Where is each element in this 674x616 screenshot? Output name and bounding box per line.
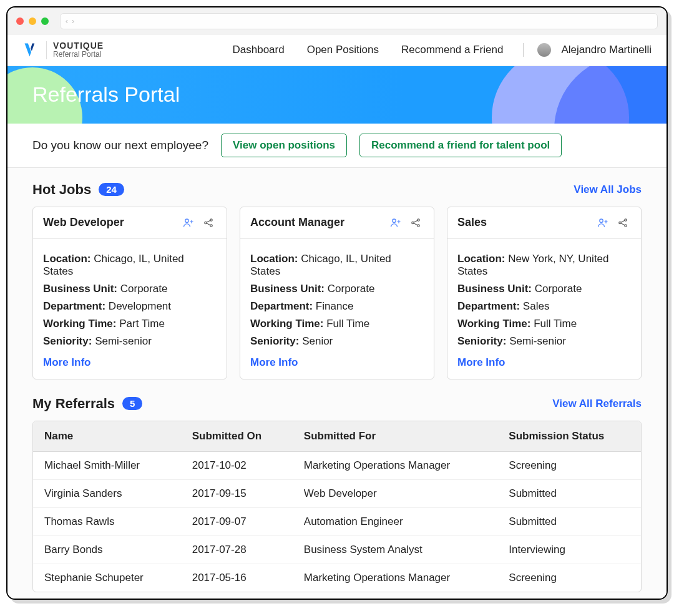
job-card: SalesLocation: New York, NY, United Stat… <box>447 207 642 379</box>
table-header-row: Name Submitted On Submitted For Submissi… <box>33 421 641 452</box>
more-info-link[interactable]: More Info <box>250 356 298 369</box>
cell-submitted-on: 2017-09-07 <box>181 508 293 536</box>
share-icon[interactable] <box>615 215 631 231</box>
table-row[interactable]: Virginia Sanders2017-09-15Web DeveloperS… <box>33 480 641 508</box>
location-label: Location: <box>457 253 506 265</box>
close-window-icon[interactable] <box>16 17 24 25</box>
wt-value: Full Time <box>534 318 577 330</box>
table-row[interactable]: Thomas Rawls2017-09-07Automation Enginee… <box>33 508 641 536</box>
refer-person-icon[interactable] <box>388 215 404 231</box>
table-row[interactable]: Michael Smith-Miller2017-10-02Marketing … <box>33 452 641 480</box>
job-card: Account ManagerLocation: Chicago, IL, Un… <box>240 207 434 379</box>
svg-point-3 <box>205 222 207 223</box>
seniority-label: Seniority: <box>250 335 299 347</box>
svg-point-5 <box>210 224 212 226</box>
view-open-positions-button[interactable]: View open positions <box>221 134 347 157</box>
cta-prompt: Do you know our next employee? <box>32 139 208 152</box>
nav-back-icon[interactable]: ‹ <box>66 17 68 26</box>
refer-person-icon[interactable] <box>595 215 611 231</box>
address-bar[interactable]: ‹ › <box>60 13 658 29</box>
seniority-value: Senior <box>302 335 333 347</box>
view-all-jobs-link[interactable]: View All Jobs <box>574 183 642 196</box>
bu-label: Business Unit: <box>43 283 117 295</box>
referrals-table: Name Submitted On Submitted For Submissi… <box>32 421 642 592</box>
refer-person-icon[interactable] <box>180 215 197 231</box>
wt-value: Full Time <box>326 318 369 330</box>
bu-value: Corporate <box>120 283 168 295</box>
more-info-link[interactable]: More Info <box>43 356 91 369</box>
wt-label: Working Time: <box>43 318 116 330</box>
cell-submitted-for: Marketing Operations Manager <box>293 452 497 480</box>
seniority-value: Semi-senior <box>95 335 152 347</box>
window-titlebar: ‹ › <box>7 7 667 35</box>
col-submitted-on: Submitted On <box>181 421 293 452</box>
brand[interactable]: VOUTIQUE Referral Portal <box>22 41 104 59</box>
svg-line-7 <box>207 223 210 225</box>
job-card-list: Web DeveloperLocation: Chicago, IL, Unit… <box>32 207 642 379</box>
seniority-label: Seniority: <box>457 335 506 347</box>
cell-submitted-on: 2017-09-15 <box>181 480 293 508</box>
main-content: Hot Jobs 24 View All Jobs Web DeveloperL… <box>7 168 667 599</box>
cell-name: Michael Smith-Miller <box>33 452 181 480</box>
cell-status: Submitted <box>497 480 641 508</box>
cell-name: Thomas Rawls <box>33 508 181 536</box>
window-controls <box>16 17 49 25</box>
dept-value: Sales <box>523 300 550 312</box>
hot-jobs-title: Hot Jobs <box>32 182 91 198</box>
svg-line-15 <box>414 223 418 225</box>
my-referrals-title: My Referrals <box>32 396 115 412</box>
nav-dashboard[interactable]: Dashboard <box>232 44 284 56</box>
hot-jobs-count-badge: 24 <box>99 183 124 196</box>
username-label[interactable]: Alejandro Martinelli <box>561 44 652 56</box>
hero-banner: Referrals Portal <box>7 66 667 124</box>
svg-line-6 <box>207 220 210 222</box>
bu-value: Corporate <box>328 283 375 295</box>
col-submitted-for: Submitted For <box>293 421 497 452</box>
share-icon[interactable] <box>408 215 424 231</box>
location-label: Location: <box>43 253 91 265</box>
svg-point-16 <box>600 219 603 222</box>
hot-jobs-header: Hot Jobs 24 View All Jobs <box>32 182 642 198</box>
cell-status: Screening <box>497 452 641 480</box>
more-info-link[interactable]: More Info <box>457 356 506 369</box>
job-card: Web DeveloperLocation: Chicago, IL, Unit… <box>32 207 227 379</box>
dept-label: Department: <box>43 300 105 312</box>
view-all-referrals-link[interactable]: View All Referrals <box>552 398 642 410</box>
svg-line-23 <box>621 223 625 225</box>
cell-submitted-for: Web Developer <box>293 480 497 508</box>
share-icon[interactable] <box>200 215 217 231</box>
cell-submitted-on: 2017-10-02 <box>181 452 293 480</box>
table-row[interactable]: Barry Bonds2017-07-28Business System Ana… <box>33 536 641 564</box>
svg-point-13 <box>418 224 419 226</box>
cell-status: Screening <box>497 564 641 592</box>
svg-point-8 <box>393 219 396 222</box>
bu-value: Corporate <box>535 283 582 295</box>
cell-submitted-on: 2017-07-28 <box>181 536 293 564</box>
table-row[interactable]: Stephanie Schupeter2017-05-16Marketing O… <box>33 564 641 592</box>
nav-separator <box>523 43 524 57</box>
nav-forward-icon[interactable]: › <box>72 17 74 26</box>
job-title: Web Developer <box>43 216 177 229</box>
cell-submitted-for: Marketing Operations Manager <box>293 564 497 592</box>
recommend-friend-button[interactable]: Recommend a friend for talent pool <box>359 134 562 157</box>
job-title: Sales <box>457 216 591 229</box>
cell-status: Interviewing <box>497 536 641 564</box>
dept-label: Department: <box>457 300 520 312</box>
minimize-window-icon[interactable] <box>29 17 36 25</box>
my-referrals-header: My Referrals 5 View All Referrals <box>32 396 642 412</box>
page-title: Referrals Portal <box>32 82 180 107</box>
dept-label: Department: <box>250 300 313 312</box>
brand-name: VOUTIQUE <box>53 41 104 51</box>
wt-label: Working Time: <box>457 318 530 330</box>
nav-recommend-friend[interactable]: Recommend a Friend <box>401 44 503 56</box>
avatar-icon[interactable] <box>537 43 551 57</box>
cell-name: Stephanie Schupeter <box>33 564 181 592</box>
cell-submitted-for: Automation Engineer <box>293 508 497 536</box>
nav-open-positions[interactable]: Open Positions <box>307 44 379 56</box>
maximize-window-icon[interactable] <box>41 17 49 25</box>
wt-value: Part Time <box>119 318 165 330</box>
cell-submitted-on: 2017-05-16 <box>181 564 293 592</box>
svg-point-12 <box>418 218 419 220</box>
svg-point-21 <box>625 224 627 226</box>
bu-label: Business Unit: <box>457 283 532 295</box>
